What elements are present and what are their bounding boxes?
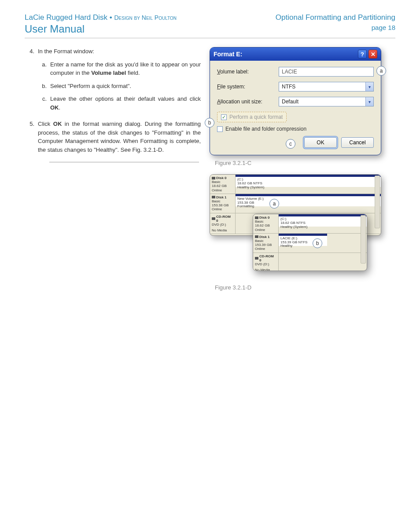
header-left: LaCie Rugged Hard Disk • Design by Neil … [25,13,177,35]
dialog-body: Volume label: File system: NTFS ▾ Alloca… [210,61,381,155]
dm-row-cdrom-f: CD-ROM 0 DVD (D:) No Media [253,253,367,271]
step-number: 5. [25,120,38,154]
dialog-titlebar[interactable]: Format E: ? ✕ [210,48,381,61]
dm-disk1-info-b: Disk 1 Basic 153.39 GB Online [253,234,279,253]
instructions-column: 4. In the Format window: a. Enter a name… [25,47,201,299]
disk-icon [255,216,258,219]
compression-label: Enable file and folder compression [225,126,306,132]
compression-row: Enable file and folder compression [217,126,374,132]
dm-row-disk0-f: Disk 0 Basic 18.62 GB Online (C:) 18.62 … [253,214,367,234]
file-system-label: File system: [217,84,279,90]
substep-text: Select "Perform a quick format". [50,82,201,91]
allocation-label: Allocation unit size: [217,99,279,105]
titlebar-buttons: ? ✕ [358,50,377,59]
quick-format-row: Perform a quick format [217,112,374,122]
dialog-title: Format E: [214,51,242,58]
volume-label-row: Volume label: [217,67,374,77]
page-header: LaCie Rugged Hard Disk • Design by Neil … [25,13,395,38]
step-number: 4. [25,47,38,116]
callout-c: c [286,139,295,149]
divider [49,162,199,162]
content-columns: 4. In the Format window: a. Enter a name… [25,47,395,299]
dm-disk0-part[interactable]: (C:) 18.62 GB NTFS Healthy (System) [236,175,381,194]
section-title: Optional Formatting and Partitioning [276,13,395,22]
callout-a: a [376,66,386,76]
step-text: In the Format window: a. Enter a name fo… [38,47,201,116]
scrollbar[interactable] [375,176,380,228]
quick-format-highlight: Perform a quick format [217,112,287,122]
scrollbar[interactable] [361,215,366,264]
step-4: 4. In the Format window: a. Enter a name… [25,47,201,116]
figure-c-caption: Figure 3.2.1-C [215,160,395,166]
design-by: Design by Neil Poulton [114,14,176,21]
cancel-button[interactable]: Cancel [341,137,374,148]
figure-d: Disk 0 Basic 18.62 GB Online (C:) 18.62 … [210,174,381,275]
substep-letter: b. [38,82,50,91]
allocation-row: Allocation unit size: Default ▾ [217,97,374,106]
dm-cdrom-info: CD-ROM 0 DVD (D:) No Media [210,213,236,234]
dm-disk1b-part[interactable]: LACIE (E:) 153.39 GB NTFS Healthy [279,234,367,253]
figure-c: Format E: ? ✕ Volume label: File system: [210,47,395,166]
quick-format-label: Perform a quick format [229,114,283,120]
format-dialog: Format E: ? ✕ Volume label: File system: [210,47,381,155]
file-system-value: NTFS [279,82,374,92]
step-5: 5. Click OK in the format warning dialog… [25,120,201,154]
dm-disk1-info: Disk 1 Basic 153.38 GB Online [210,194,236,213]
substeps: a. Enter a name for the disk as you'd li… [38,60,201,112]
dm-row-disk0: Disk 0 Basic 18.62 GB Online (C:) 18.62 … [210,175,381,194]
volume-label-input[interactable] [279,67,374,77]
cdrom-icon [212,217,215,220]
disk-icon [212,177,215,179]
callout-b: b [205,118,214,128]
file-system-select[interactable]: NTFS ▾ [279,82,374,92]
dm-disk0-info: Disk 0 Basic 18.62 GB Online [210,175,236,194]
substep-c: c. Leave the other options at their defa… [38,95,201,112]
callout-b: b [313,238,322,248]
dm-cdrom-info-f: CD-ROM 0 DVD (D:) No Media [253,253,279,271]
product-name: LaCie Rugged Hard Disk [25,13,107,22]
manual-title: User Manual [25,23,177,35]
dialog-buttons: OK Cancel [217,137,374,148]
file-system-row: File system: NTFS ▾ [217,82,374,92]
dm-disk0-info-f: Disk 0 Basic 18.62 GB Online [253,214,279,233]
dm-cdrom-part-f [279,253,367,271]
dm-row-disk1-b: Disk 1 Basic 153.39 GB Online LACIE (E:)… [253,234,367,253]
chevron-down-icon[interactable]: ▾ [365,82,373,91]
substep-a: a. Enter a name for the disk as you'd li… [38,60,201,77]
figures-column: Format E: ? ✕ Volume label: File system: [210,47,395,299]
dm-disk0-part-f[interactable]: (C:) 18.62 GB NTFS Healthy (System) [279,214,367,233]
dm-disk1a-part[interactable]: New Volume (E:) 153.38 GB Formatting [236,194,381,213]
substep-b: b. Select "Perform a quick format". [38,82,201,91]
substep-text: Leave the other options at their default… [50,95,201,112]
ok-button[interactable]: OK [304,137,337,148]
substep-text: Enter a name for the disk as you'd like … [50,60,201,77]
cdrom-icon [255,257,258,260]
page-number: page 18 [276,24,395,31]
step-list: 4. In the Format window: a. Enter a name… [25,47,201,154]
disk-icon [212,196,215,198]
quick-format-checkbox[interactable] [221,114,227,120]
step-text: Click OK in the format warning dialog. D… [38,120,201,154]
close-icon[interactable]: ✕ [368,50,377,59]
figure-d-caption: Figure 3.2.1-D [215,284,395,291]
compression-checkbox[interactable] [217,126,223,132]
help-icon[interactable]: ? [358,50,367,59]
header-right: Optional Formatting and Partitioning pag… [276,13,395,31]
callout-a: a [269,199,279,209]
substep-letter: c. [38,95,50,112]
chevron-down-icon[interactable]: ▾ [365,97,373,106]
disk-icon [255,235,258,238]
dm-row-disk1-a: Disk 1 Basic 153.38 GB Online New Volume… [210,194,381,213]
substep-letter: a. [38,60,50,77]
allocation-select[interactable]: Default ▾ [279,97,374,106]
disk-mgmt-front: Disk 0 Basic 18.62 GB Online (C:) 18.62 … [253,214,367,271]
product-line: LaCie Rugged Hard Disk • Design by Neil … [25,13,177,22]
bullet: • [110,13,112,22]
allocation-value: Default [279,97,374,106]
volume-label-label: Volume label: [217,69,279,75]
